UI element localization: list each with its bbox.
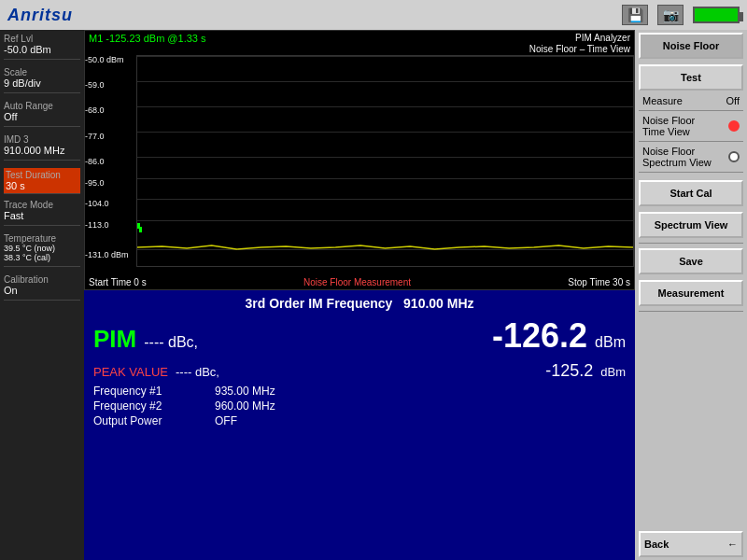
pim-row: PIM ---- dBc, -126.2 dBm bbox=[93, 316, 626, 356]
start-time-label: Start Time 0 s bbox=[89, 277, 147, 287]
y-label-1: -50.0 dBm bbox=[85, 55, 124, 64]
divider3 bbox=[639, 172, 743, 173]
info-panel: 3rd Order IM Frequency 910.00 MHz PIM --… bbox=[84, 290, 635, 560]
noise-floor-spectrum-row: Noise Floor Spectrum View bbox=[635, 144, 747, 170]
y-label-2: -59.0 bbox=[85, 80, 105, 90]
sidebar-auto-range: Auto Range Off bbox=[4, 101, 80, 127]
sidebar-trace-mode: Trace Mode Fast bbox=[4, 200, 80, 226]
sidebar-test-duration: Test Duration 30 s bbox=[4, 168, 80, 194]
main-layout: Ref Lvl -50.0 dBm Scale 9 dB/div Auto Ra… bbox=[0, 30, 747, 560]
divider2 bbox=[639, 141, 743, 142]
freq2-value: 960.00 MHz bbox=[215, 399, 275, 413]
measure-value: Off bbox=[726, 95, 740, 106]
pim-analyzer-label: PIM Analyzer bbox=[575, 33, 630, 43]
freq2-label: Frequency #2 bbox=[93, 399, 215, 413]
top-icons: 💾 📷 bbox=[622, 5, 740, 25]
back-label: Back bbox=[644, 539, 669, 550]
peak-dbc: ---- dBc, bbox=[176, 365, 219, 379]
pim-unit: dBm bbox=[595, 334, 626, 351]
y-label-3: -68.0 bbox=[85, 105, 105, 115]
y-label-6: -95.0 bbox=[85, 178, 105, 188]
graph-area: M1 -125.23 dBm @1.33 s PIM Analyzer Nois… bbox=[84, 30, 635, 290]
peak-row: PEAK VALUE ---- dBc, -125.2 dBm bbox=[93, 361, 626, 381]
peak-label: PEAK VALUE bbox=[93, 365, 168, 379]
time-view-radio-label: Time View bbox=[642, 126, 695, 137]
divider4 bbox=[639, 243, 743, 244]
peak-value: -125.2 bbox=[545, 361, 593, 381]
spectrum-view-radio-label: Spectrum View bbox=[642, 157, 712, 168]
pim-dbc: ---- dBc, bbox=[144, 334, 198, 351]
brand-logo: Anritsu bbox=[7, 6, 73, 25]
graph-footer: Start Time 0 s Noise Floor Measurement S… bbox=[85, 275, 634, 289]
divider1 bbox=[639, 110, 743, 111]
noise-floor-measurement-label: Noise Floor Measurement bbox=[147, 277, 569, 287]
divider5 bbox=[639, 311, 743, 312]
save-icon[interactable]: 💾 bbox=[622, 5, 648, 25]
sidebar-calibration: Calibration On bbox=[4, 274, 80, 301]
camera-icon[interactable]: 📷 bbox=[657, 5, 684, 25]
power-value: OFF bbox=[215, 414, 237, 427]
noise-floor-time-radio[interactable] bbox=[728, 120, 740, 132]
sidebar-temperature: Temperature 39.5 °C (now) 38.3 °C (cal) bbox=[4, 233, 80, 267]
save-button[interactable]: Save bbox=[639, 248, 743, 274]
noise-floor-button[interactable]: Noise Floor bbox=[639, 33, 743, 59]
top-bar: Anritsu 💾 📷 bbox=[0, 0, 747, 30]
freq1-label: Frequency #1 bbox=[93, 385, 215, 398]
stop-time-label: Stop Time 30 s bbox=[568, 277, 630, 287]
battery-indicator bbox=[693, 7, 740, 23]
im-frequency-label: 3rd Order IM Frequency bbox=[245, 296, 392, 311]
peak-unit: dBm bbox=[600, 365, 626, 379]
back-area: Back ← bbox=[635, 528, 747, 560]
sidebar-imd3: IMD 3 910.000 MHz bbox=[4, 134, 80, 161]
pim-value: -126.2 bbox=[492, 316, 587, 356]
freq1-row: Frequency #1 935.00 MHz bbox=[93, 385, 626, 398]
sidebar-ref-lvl: Ref Lvl -50.0 dBm bbox=[4, 34, 80, 60]
test-button[interactable]: Test bbox=[639, 64, 743, 91]
measurement-button[interactable]: Measurement bbox=[639, 280, 743, 306]
noise-floor-spectrum-label: Noise Floor bbox=[642, 146, 712, 157]
spectrum-view-button[interactable]: Spectrum View bbox=[639, 212, 743, 238]
measure-row: Measure Off bbox=[635, 93, 747, 108]
y-label-9: -131.0 dBm bbox=[85, 250, 129, 259]
right-sidebar: Noise Floor Test Measure Off Noise Floor… bbox=[635, 30, 747, 560]
y-label-4: -77.0 bbox=[85, 132, 105, 141]
power-row: Output Power OFF bbox=[93, 414, 626, 427]
left-sidebar: Ref Lvl -50.0 dBm Scale 9 dB/div Auto Ra… bbox=[0, 30, 84, 560]
measure-label: Measure bbox=[642, 95, 683, 106]
y-label-5: -86.0 bbox=[85, 157, 105, 166]
noise-floor-spectrum-radio[interactable] bbox=[728, 151, 740, 162]
pim-label: PIM bbox=[93, 325, 136, 354]
freq2-row: Frequency #2 960.00 MHz bbox=[93, 399, 626, 413]
sidebar-scale: Scale 9 dB/div bbox=[4, 67, 80, 93]
power-label: Output Power bbox=[93, 414, 215, 427]
y-label-8: -113.0 bbox=[85, 220, 109, 230]
noise-floor-radio-label: Noise Floor bbox=[642, 115, 695, 126]
y-label-7: -104.0 bbox=[85, 199, 109, 208]
im-frequency-row: 3rd Order IM Frequency 910.00 MHz bbox=[93, 296, 626, 311]
back-arrow-icon: ← bbox=[727, 539, 738, 550]
noise-floor-time-row: Noise Floor Time View bbox=[635, 113, 747, 139]
start-cal-button[interactable]: Start Cal bbox=[639, 180, 743, 206]
im-frequency-value: 910.00 MHz bbox=[403, 296, 473, 311]
noise-floor-time-view-label: Noise Floor – Time View bbox=[529, 44, 630, 54]
back-button[interactable]: Back ← bbox=[639, 531, 743, 557]
center-content: M1 -125.23 dBm @1.33 s PIM Analyzer Nois… bbox=[84, 30, 635, 560]
freq1-value: 935.00 MHz bbox=[215, 385, 275, 398]
